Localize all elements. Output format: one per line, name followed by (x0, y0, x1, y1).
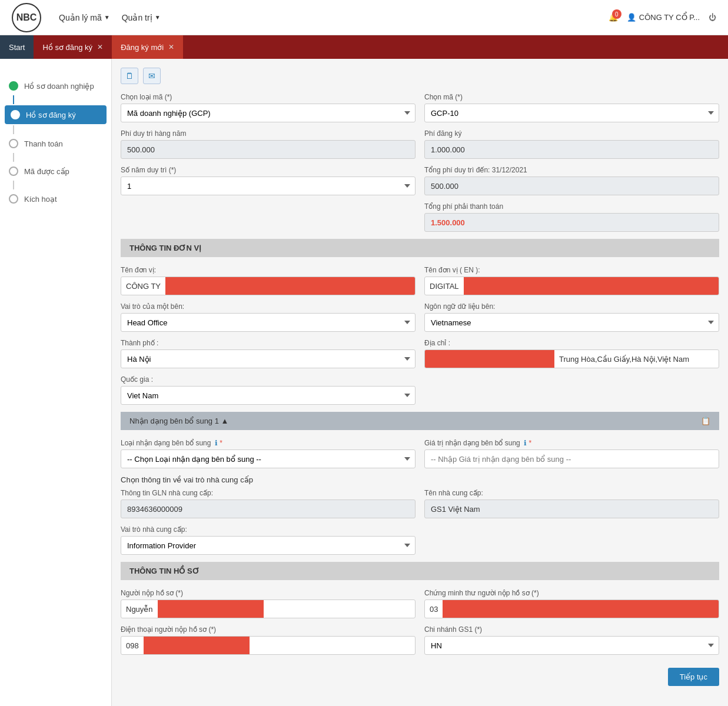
sidebar: Hồ sơ doanh nghiệp Hồ sơ đăng ký Thanh t… (0, 59, 112, 706)
tabs-bar: Start Hồ sơ đăng ký ✕ Đăng ký mới ✕ (0, 35, 728, 59)
supplier-role-row: Vai trò nhà cung cấp: Information Provid… (121, 525, 719, 555)
step-label-2: Hồ sơ đăng ký (26, 111, 76, 119)
unit-name-en-prefix: DIGITAL (425, 282, 464, 291)
step-label-4: Mã được cấp (24, 167, 69, 176)
code-select-group: Chọn mã (*) GCP-10 (424, 93, 719, 122)
sidebar-step-5[interactable]: Kích hoạt (0, 189, 111, 208)
sidebar-step-4[interactable]: Mã được cấp (0, 162, 111, 181)
next-button[interactable]: Tiếp tục (668, 668, 719, 686)
step-label-3: Thanh toán (24, 139, 63, 148)
identity-row: Loại nhận dạng bên bổ sung ℹ * -- Chọn L… (121, 439, 719, 468)
header-right: 🔔 0 👤 CÔNG TY CỔ P... ⏻ (609, 13, 716, 22)
identity-value-info-icon: ℹ (524, 439, 527, 447)
identity-value-group: Giá trị nhận dạng bên bổ sung ℹ * (424, 439, 719, 468)
submitter-group: Người nộp hồ sơ (*) Nguyễn (121, 589, 415, 618)
id-proof-prefix: 03 (425, 605, 443, 614)
tab-dang-ky[interactable]: Đăng ký mới ✕ (112, 35, 183, 59)
identity-section-label: Nhận dạng bên bổ sung 1 ▲ (129, 417, 228, 425)
address-group: Địa chỉ : Trung Hòa,Cầu Giấy,Hà Nội,Việt… (424, 339, 719, 368)
copy-icon[interactable]: 📋 (701, 417, 710, 425)
email-icon-btn[interactable]: ✉ (143, 68, 161, 84)
total-fee-input[interactable] (424, 176, 719, 195)
supplier-role-select[interactable]: Information Provider (121, 536, 415, 555)
code-type-select[interactable]: Mã doanh nghiệp (GCP) (121, 104, 415, 122)
unit-name-label: Tên đơn vị: (121, 266, 415, 274)
tab-ho-so[interactable]: Hồ sơ đăng ký ✕ (34, 35, 112, 59)
branch-group: Chi nhánh GS1 (*) HN (424, 625, 719, 655)
tab-ho-so-close[interactable]: ✕ (97, 43, 103, 51)
submitter-input-wrapper: Nguyễn (121, 600, 415, 618)
unit-name-en-input-wrapper: DIGITAL (424, 277, 719, 295)
sidebar-step-1[interactable]: Hồ sơ doanh nghiệp (0, 76, 111, 95)
gln-group: Thông tin GLN nhà cung cấp: (121, 489, 415, 518)
notification-badge: 0 (612, 9, 621, 19)
step-label-5: Kích hoạt (24, 195, 57, 204)
reg-fee-group: Phí đăng ký (424, 129, 719, 159)
nav-quan-ly-ma[interactable]: Quản lý mã ▼ (59, 13, 110, 22)
user-info[interactable]: 👤 CÔNG TY CỔ P... (627, 13, 700, 22)
identity-type-required: * (220, 439, 222, 447)
address-label: Địa chỉ : (424, 339, 719, 347)
branch-select[interactable]: HN (424, 636, 719, 655)
supplier-name-label: Tên nhà cung cấp: (424, 489, 719, 497)
supplier-section-label: Chọn thông tin về vai trò nhà cung cấp (121, 475, 719, 484)
nav-dropdown-icon-0: ▼ (104, 14, 110, 21)
city-address-row: Thành phố : Hà Nội Địa chỉ : Trung Hòa,C… (121, 339, 719, 368)
years-select[interactable]: 1 (121, 176, 415, 195)
gln-label: Thông tin GLN nhà cung cấp: (121, 489, 415, 497)
role-select[interactable]: Head Office (121, 313, 415, 332)
country-spacer (424, 375, 719, 405)
unit-name-input-wrapper: CÔNG TY (121, 277, 415, 295)
id-proof-group: Chứng minh thư người nộp hồ sơ (*) 03 (424, 589, 719, 618)
step-connector-1 (13, 95, 14, 104)
code-type-label: Chọn loại mã (*) (121, 93, 415, 101)
notification-bell[interactable]: 🔔 0 (609, 13, 618, 22)
language-select[interactable]: Vietnamese (424, 313, 719, 332)
reg-fee-input[interactable] (424, 140, 719, 159)
identity-value-input[interactable] (424, 449, 719, 468)
supplier-name-input[interactable] (424, 499, 719, 518)
code-select-label: Chọn mã (*) (424, 93, 719, 101)
country-select[interactable]: Viet Nam (121, 386, 415, 405)
grand-total-row: Tổng phí phải thanh toán (121, 202, 719, 232)
sidebar-step-3[interactable]: Thanh toán (0, 134, 111, 153)
gln-input[interactable] (121, 499, 415, 518)
tab-dang-ky-close[interactable]: ✕ (168, 43, 174, 51)
years-row: Số năm duy trì (*) 1 Tổng phí duy trì đế… (121, 166, 719, 195)
submitter-redblock (158, 600, 264, 618)
unit-section-header: THÔNG TIN ĐƠN VỊ (121, 239, 719, 257)
step-dot-4 (9, 166, 18, 176)
step-label-1: Hồ sơ doanh nghiệp (24, 82, 94, 91)
code-type-row: Chọn loại mã (*) Mã doanh nghiệp (GCP) C… (121, 93, 719, 122)
grand-total-input[interactable] (424, 213, 719, 232)
phone-input-wrapper: 098 (121, 636, 415, 655)
step-dot-3 (9, 139, 18, 148)
identity-value-label: Giá trị nhận dạng bên bổ sung ℹ * (424, 439, 719, 447)
language-label: Ngôn ngữ dữ liệu bên: (424, 302, 719, 311)
unit-name-en-redblock (464, 277, 719, 295)
code-select[interactable]: GCP-10 (424, 104, 719, 122)
city-select[interactable]: Hà Nội (121, 349, 415, 368)
tab-start[interactable]: Start (0, 35, 34, 59)
supplier-role-label: Vai trò nhà cung cấp: (121, 525, 415, 534)
id-proof-redblock (443, 600, 719, 618)
sidebar-step-2[interactable]: Hồ sơ đăng ký (5, 105, 107, 124)
identity-type-select[interactable]: -- Chọn Loại nhận dạng bên bổ sung -- (121, 449, 415, 468)
power-icon[interactable]: ⏻ (709, 13, 716, 22)
supplier-name-group: Tên nhà cung cấp: (424, 489, 719, 518)
identity-type-info-icon: ℹ (215, 439, 218, 447)
sidebar-steps: Hồ sơ doanh nghiệp Hồ sơ đăng ký Thanh t… (0, 71, 111, 214)
grand-total-label: Tổng phí phải thanh toán (424, 202, 719, 211)
annual-fee-input[interactable] (121, 140, 415, 159)
role-group: Vai trò của một bên: Head Office (121, 302, 415, 332)
address-redblock (425, 350, 554, 368)
submitter-prefix: Nguyễn (121, 605, 158, 614)
step-dot-2 (11, 110, 20, 119)
unit-name-row: Tên đơn vị: CÔNG TY Tên đơn vị ( EN ): D… (121, 266, 719, 295)
document-icon-btn[interactable]: 🗒 (121, 68, 138, 84)
nav-quan-tri[interactable]: Quản trị ▼ (122, 13, 161, 22)
tab-ho-so-label: Hồ sơ đăng ký (42, 43, 92, 52)
code-type-group: Chọn loại mã (*) Mã doanh nghiệp (GCP) (121, 93, 415, 122)
tab-dang-ky-label: Đăng ký mới (121, 43, 164, 52)
logo: NBC (12, 3, 41, 32)
